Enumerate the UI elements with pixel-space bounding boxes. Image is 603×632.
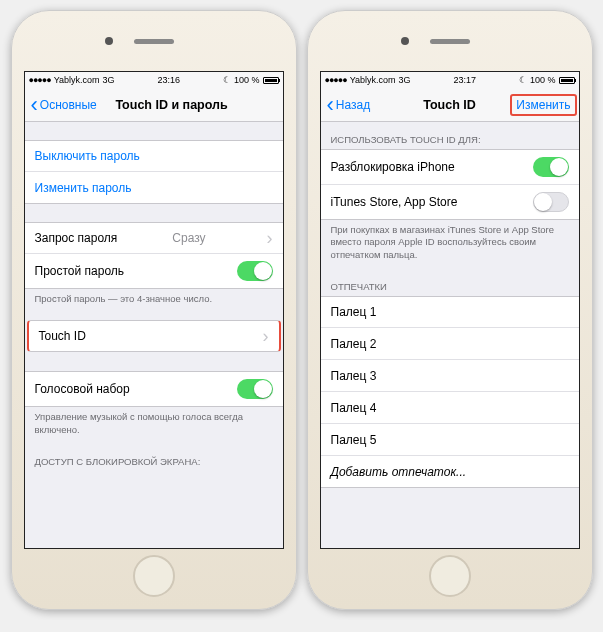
screen-left: ●●●●● Yablyk.com 3G 23:16 ☾ 100 % Основн…	[24, 71, 284, 549]
nav-title: Touch ID	[423, 98, 476, 112]
add-fingerprint-label: Добавить отпечаток...	[331, 465, 467, 479]
nav-bar: Назад Touch ID Изменить	[321, 88, 579, 122]
lock-access-header: ДОСТУП С БЛОКИРОВКОЙ ЭКРАНА:	[25, 444, 283, 471]
battery-icon	[559, 77, 575, 84]
home-button[interactable]	[133, 555, 175, 597]
simple-passcode-note: Простой пароль — это 4-значное число.	[25, 289, 283, 313]
clock-label: 23:16	[158, 75, 181, 85]
fingerprint-3-label: Палец 3	[331, 369, 377, 383]
fingerprint-3-row[interactable]: Палец 3	[321, 360, 579, 392]
phone-left: ●●●●● Yablyk.com 3G 23:16 ☾ 100 % Основн…	[11, 10, 297, 610]
dnd-moon-icon: ☾	[519, 75, 527, 85]
front-camera	[105, 37, 113, 45]
battery-icon	[263, 77, 279, 84]
nav-title: Touch ID и пароль	[115, 98, 227, 112]
add-fingerprint-row[interactable]: Добавить отпечаток...	[321, 456, 579, 488]
voice-dial-note: Управление музыкой с помощью голоса всег…	[25, 407, 283, 444]
network-label: 3G	[399, 75, 411, 85]
require-passcode-value: Сразу	[172, 231, 205, 245]
battery-percent: 100 %	[234, 75, 260, 85]
touch-id-row[interactable]: Touch ID	[27, 320, 281, 352]
purchase-note: При покупках в магазинах iTunes Store и …	[321, 220, 579, 269]
fingerprint-5-row[interactable]: Палец 5	[321, 424, 579, 456]
back-button[interactable]: Назад	[327, 98, 371, 112]
dnd-moon-icon: ☾	[223, 75, 231, 85]
carrier-label: Yablyk.com	[54, 75, 100, 85]
voice-dial-label: Голосовой набор	[35, 382, 130, 396]
carrier-label: Yablyk.com	[350, 75, 396, 85]
unlock-iphone-toggle[interactable]	[533, 157, 569, 177]
home-button[interactable]	[429, 555, 471, 597]
change-passcode-row[interactable]: Изменить пароль	[25, 172, 283, 204]
clock-label: 23:17	[454, 75, 477, 85]
fingerprint-2-label: Палец 2	[331, 337, 377, 351]
fingerprint-4-row[interactable]: Палец 4	[321, 392, 579, 424]
back-label: Назад	[336, 98, 370, 112]
unlock-iphone-row[interactable]: Разблокировка iPhone	[321, 149, 579, 185]
screen-right: ●●●●● Yablyk.com 3G 23:17 ☾ 100 % Назад …	[320, 71, 580, 549]
edit-label: Изменить	[510, 94, 576, 116]
simple-passcode-toggle[interactable]	[237, 261, 273, 281]
back-button[interactable]: Основные	[31, 98, 97, 112]
nav-bar: Основные Touch ID и пароль	[25, 88, 283, 122]
simple-passcode-row[interactable]: Простой пароль	[25, 254, 283, 289]
fingerprint-4-label: Палец 4	[331, 401, 377, 415]
simple-passcode-label: Простой пароль	[35, 264, 125, 278]
status-bar: ●●●●● Yablyk.com 3G 23:16 ☾ 100 %	[25, 72, 283, 88]
signal-dots-icon: ●●●●●	[325, 75, 347, 85]
voice-dial-row[interactable]: Голосовой набор	[25, 371, 283, 407]
battery-percent: 100 %	[530, 75, 556, 85]
settings-list[interactable]: ИСПОЛЬЗОВАТЬ TOUCH ID ДЛЯ: Разблокировка…	[321, 122, 579, 548]
voice-dial-toggle[interactable]	[237, 379, 273, 399]
fingerprints-header: ОТПЕЧАТКИ	[321, 269, 579, 296]
fingerprint-1-label: Палец 1	[331, 305, 377, 319]
speaker	[430, 39, 470, 44]
turn-off-passcode-row[interactable]: Выключить пароль	[25, 140, 283, 172]
status-bar: ●●●●● Yablyk.com 3G 23:17 ☾ 100 %	[321, 72, 579, 88]
require-passcode-row[interactable]: Запрос пароля Сразу	[25, 222, 283, 254]
network-label: 3G	[103, 75, 115, 85]
settings-list[interactable]: Выключить пароль Изменить пароль Запрос …	[25, 122, 283, 548]
signal-dots-icon: ●●●●●	[29, 75, 51, 85]
front-camera	[401, 37, 409, 45]
itunes-appstore-label: iTunes Store, App Store	[331, 195, 458, 209]
require-passcode-label: Запрос пароля	[35, 231, 118, 245]
itunes-appstore-row[interactable]: iTunes Store, App Store	[321, 185, 579, 220]
turn-off-passcode-label: Выключить пароль	[35, 149, 140, 163]
phone-right: ●●●●● Yablyk.com 3G 23:17 ☾ 100 % Назад …	[307, 10, 593, 610]
fingerprint-1-row[interactable]: Палец 1	[321, 296, 579, 328]
itunes-appstore-toggle[interactable]	[533, 192, 569, 212]
fingerprint-2-row[interactable]: Палец 2	[321, 328, 579, 360]
change-passcode-label: Изменить пароль	[35, 181, 132, 195]
use-touchid-header: ИСПОЛЬЗОВАТЬ TOUCH ID ДЛЯ:	[321, 122, 579, 149]
back-label: Основные	[40, 98, 97, 112]
unlock-iphone-label: Разблокировка iPhone	[331, 160, 455, 174]
edit-button[interactable]: Изменить	[512, 98, 574, 112]
speaker	[134, 39, 174, 44]
fingerprint-5-label: Палец 5	[331, 433, 377, 447]
touch-id-label: Touch ID	[39, 329, 86, 343]
